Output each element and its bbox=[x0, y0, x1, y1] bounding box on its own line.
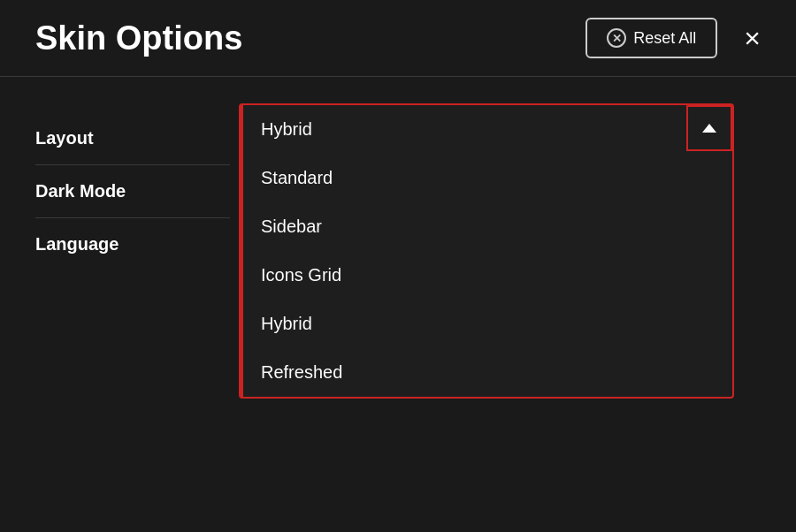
scroll-up-button[interactable] bbox=[686, 105, 732, 151]
list-item[interactable]: Refreshed bbox=[241, 348, 732, 397]
list-item[interactable]: Hybrid bbox=[241, 105, 732, 154]
header: Skin Options ✕ Reset All × bbox=[0, 0, 796, 77]
list-item[interactable]: Icons Grid bbox=[241, 251, 732, 300]
page-title: Skin Options bbox=[35, 19, 242, 57]
layout-label: Layout bbox=[35, 112, 230, 164]
layout-dropdown[interactable]: Hybrid Standard Sidebar Icons Grid Hybri… bbox=[239, 103, 734, 399]
list-item[interactable]: Sidebar bbox=[241, 202, 732, 251]
close-button[interactable]: × bbox=[735, 20, 769, 56]
header-actions: ✕ Reset All × bbox=[586, 18, 769, 58]
list-item[interactable]: Hybrid bbox=[241, 300, 732, 348]
dropdown-area: Hybrid Standard Sidebar Icons Grid Hybri… bbox=[239, 103, 761, 399]
reset-all-label: Reset All bbox=[633, 29, 696, 48]
dark-mode-label: Dark Mode bbox=[35, 165, 230, 217]
language-label: Language bbox=[35, 218, 230, 270]
list-item[interactable]: Standard bbox=[241, 154, 732, 202]
content-area: Layout Dark Mode Language Hybrid Standar… bbox=[0, 77, 796, 425]
settings-labels: Layout Dark Mode Language bbox=[35, 103, 230, 399]
dropdown-list: Hybrid Standard Sidebar Icons Grid Hybri… bbox=[241, 105, 732, 397]
reset-all-button[interactable]: ✕ Reset All bbox=[586, 18, 717, 58]
chevron-up-icon bbox=[702, 124, 716, 133]
reset-icon: ✕ bbox=[607, 28, 626, 48]
